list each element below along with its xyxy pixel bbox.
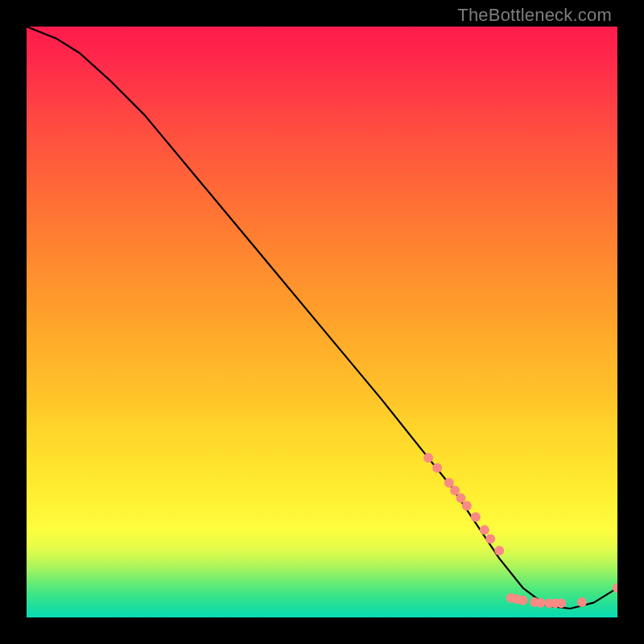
- watermark-text: TheBottleneck.com: [457, 5, 612, 26]
- highlight-point: [450, 485, 460, 495]
- highlight-point: [471, 512, 481, 522]
- highlight-point: [462, 501, 472, 510]
- chart-svg: [27, 27, 617, 617]
- highlight-point: [444, 478, 454, 488]
- curve-path: [27, 27, 617, 609]
- chart-stage: TheBottleneck.com: [0, 0, 644, 644]
- highlight-point: [432, 463, 442, 473]
- highlight-point: [556, 598, 566, 608]
- highlight-point: [536, 598, 546, 608]
- highlight-point: [577, 597, 587, 607]
- highlight-point: [485, 534, 495, 543]
- highlight-point: [456, 493, 465, 503]
- highlight-point: [494, 546, 504, 555]
- highlight-point: [423, 453, 433, 463]
- curve-path-group: [27, 27, 617, 609]
- plot-area: [27, 27, 617, 617]
- highlight-point: [518, 596, 528, 605]
- highlight-point: [480, 525, 489, 535]
